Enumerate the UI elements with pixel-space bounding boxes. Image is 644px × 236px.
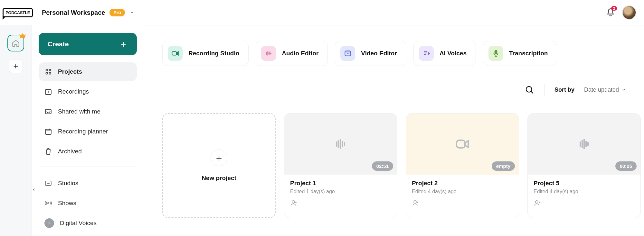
- grid-icon: [44, 68, 52, 76]
- notifications-button[interactable]: 2: [606, 8, 615, 17]
- project-card[interactable]: 00:25 Project 5 Edited 4 day(s) ago: [527, 113, 641, 218]
- workspace-name: Personal Workspace: [42, 9, 105, 16]
- project-title: Project 1: [290, 180, 391, 187]
- rail-home-button[interactable]: [7, 35, 24, 51]
- waveform-badge-icon: [44, 218, 54, 228]
- calendar-icon: [44, 128, 52, 135]
- card-body: Project 1 Edited 1 day(s) ago: [284, 175, 397, 212]
- share-button[interactable]: [290, 199, 391, 208]
- plus-icon: ＋: [211, 150, 227, 166]
- sidebar-item-planner[interactable]: Recording planner: [39, 122, 137, 141]
- broadcast-icon: [44, 199, 52, 207]
- sidebar-item-voices[interactable]: Digital Voices: [39, 214, 137, 232]
- project-title: Project 5: [534, 180, 635, 187]
- tool-transcription[interactable]: Transcription: [483, 41, 557, 66]
- video-icon: [452, 136, 472, 152]
- tool-recording-studio[interactable]: Recording Studio: [162, 41, 249, 66]
- plan-badge: Pro: [109, 9, 125, 16]
- tool-row: Recording Studio Audio Editor Video Edit…: [162, 41, 626, 66]
- project-subtitle: Edited 1 day(s) ago: [290, 189, 391, 195]
- sort-value-text: Date updated: [584, 86, 619, 93]
- waveform-icon: [261, 46, 276, 61]
- tool-label: Recording Studio: [188, 50, 239, 57]
- sidebar-item-archived[interactable]: Archived: [39, 142, 137, 161]
- card-body: Project 2 Edited 4 day(s) ago: [406, 175, 519, 212]
- rail-add-button[interactable]: [9, 59, 23, 73]
- tool-label: Transcription: [509, 50, 548, 57]
- sidebar-collapse-button[interactable]: [30, 183, 37, 197]
- studio-icon: [44, 179, 52, 187]
- svg-point-17: [526, 86, 532, 92]
- sidebar-item-label: Shows: [58, 200, 76, 207]
- share-button[interactable]: [534, 199, 635, 208]
- svg-rect-9: [45, 129, 51, 134]
- avatar[interactable]: [622, 5, 636, 20]
- duration-badge: 00:25: [615, 161, 637, 171]
- mic-icon: [488, 46, 503, 61]
- user-plus-icon: [534, 199, 541, 207]
- sidebar-item-shared[interactable]: Shared with me: [39, 102, 137, 121]
- sidebar-item-label: Recording planner: [58, 128, 108, 135]
- project-card[interactable]: 02:51 Project 1 Edited 1 day(s) ago: [284, 113, 397, 218]
- user-plus-icon: [412, 199, 420, 207]
- sort-dropdown[interactable]: Date updated: [584, 86, 626, 93]
- svg-point-3: [49, 69, 51, 71]
- svg-rect-5: [49, 73, 51, 74]
- video-play-icon: [340, 46, 355, 61]
- project-grid: ＋ New project 02:51 Project 1 Edited 1 d…: [162, 113, 626, 218]
- svg-point-19: [292, 201, 295, 203]
- sidebar-item-studios[interactable]: Studios: [39, 174, 137, 193]
- divider: [545, 84, 545, 95]
- sidebar-item-label: Shared with me: [58, 108, 100, 115]
- nav-secondary: Studios Shows Digital Voices: [39, 174, 137, 232]
- svg-marker-15: [347, 53, 349, 54]
- tool-video-editor[interactable]: Video Editor: [335, 41, 406, 66]
- sidebar-item-label: Studios: [58, 180, 78, 187]
- left-rail: [0, 25, 32, 236]
- sidebar-item-projects[interactable]: Projects: [39, 62, 137, 81]
- sidebar: Create ＋ Projects Recordings Shared with…: [32, 25, 144, 236]
- topbar-right: 2: [606, 5, 636, 20]
- waveform-icon: [574, 136, 594, 152]
- main-content: Recording Studio Audio Editor Video Edit…: [144, 25, 644, 236]
- user-plus-icon: [290, 199, 298, 207]
- svg-point-12: [48, 203, 49, 204]
- svg-point-2: [46, 69, 48, 71]
- svg-point-11: [47, 183, 48, 184]
- nav-divider: [39, 167, 137, 167]
- tool-label: Video Editor: [361, 50, 397, 57]
- project-subtitle: Edited 4 day(s) ago: [412, 189, 513, 195]
- notifications-count: 2: [611, 6, 617, 11]
- inbox-icon: [44, 108, 52, 115]
- project-thumbnail: empty: [406, 113, 519, 175]
- svg-rect-16: [495, 50, 497, 54]
- scrollbar[interactable]: [641, 0, 644, 236]
- project-thumbnail: 02:51: [284, 113, 397, 175]
- nav-primary: Projects Recordings Shared with me Recor…: [39, 62, 137, 161]
- svg-marker-7: [48, 91, 50, 93]
- project-card[interactable]: empty Project 2 Edited 4 day(s) ago: [406, 113, 519, 218]
- new-project-card[interactable]: ＋ New project: [162, 113, 276, 218]
- sidebar-item-shows[interactable]: Shows: [39, 194, 137, 213]
- tool-label: Audio Editor: [282, 50, 318, 57]
- svg-point-22: [535, 201, 538, 203]
- tool-audio-editor[interactable]: Audio Editor: [256, 41, 328, 66]
- tool-label: AI Voices: [440, 50, 467, 57]
- sidebar-item-recordings[interactable]: Recordings: [39, 82, 137, 101]
- topbar: PODCASTLE Personal Workspace Pro 2: [0, 0, 644, 25]
- sidebar-item-label: Archived: [58, 148, 82, 155]
- new-project-label: New project: [202, 175, 236, 182]
- create-button[interactable]: Create ＋: [39, 33, 137, 55]
- sidebar-item-label: Digital Voices: [60, 220, 97, 227]
- project-title: Project 2: [412, 180, 513, 187]
- tool-ai-voices[interactable]: AI Voices: [413, 41, 476, 66]
- chevron-down-icon: [129, 10, 135, 15]
- svg-rect-10: [45, 181, 51, 186]
- workspace-switcher[interactable]: Personal Workspace Pro: [42, 9, 135, 16]
- sidebar-item-label: Recordings: [58, 88, 89, 95]
- divider: [162, 102, 626, 102]
- share-button[interactable]: [412, 199, 513, 208]
- play-square-icon: [44, 88, 52, 95]
- search-button[interactable]: [524, 84, 535, 95]
- brand-logo[interactable]: PODCASTLE: [3, 8, 32, 17]
